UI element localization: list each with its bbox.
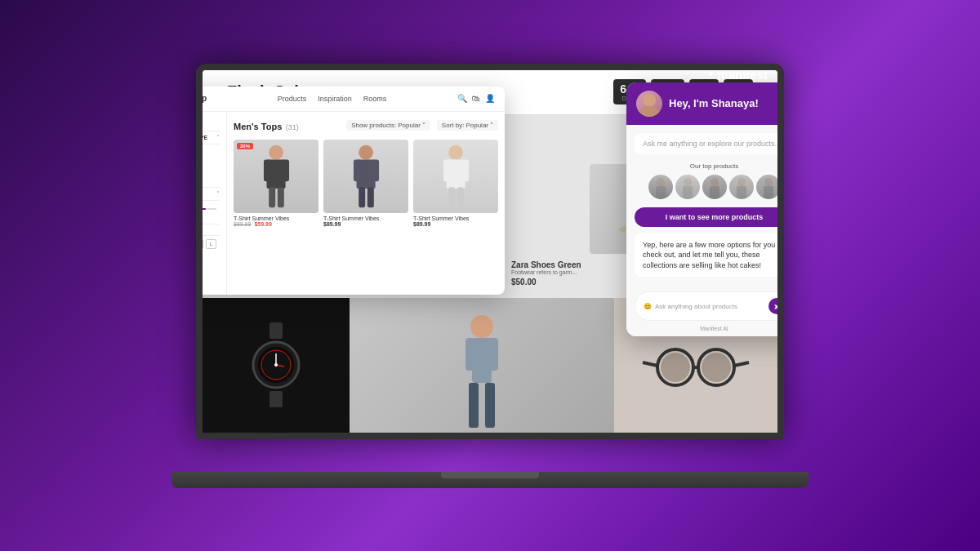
svg-rect-11 [469,383,479,428]
size-l[interactable]: L [206,239,216,249]
product-type-header[interactable]: PRODUCT TYPE ˅ [203,131,220,144]
regular-price-2: $89.99 [323,221,341,227]
product-image-1: 20% [234,140,318,213]
chat-emoji-icon: 😊 [644,303,652,310]
top-product-4[interactable] [729,175,754,199]
search-icon[interactable]: 🔍 [457,94,467,103]
woman-image [350,298,614,433]
svg-rect-36 [443,159,450,181]
top-products-avatars [635,175,777,199]
eshop-nav: ⊞ E-Shop Products Inspiration Rooms 🔍 🛍 … [203,87,505,112]
laptop-base [172,472,808,488]
svg-line-18 [643,362,657,366]
product-price-3: $89.99 [413,221,498,227]
show-products-btn[interactable]: Show products: Popular ˅ [346,120,430,131]
eshop-logo-text: E-Shop [203,94,207,103]
top-product-1[interactable] [648,175,673,199]
sort-by-value: Popular [466,122,488,129]
chat-send-button[interactable]: ➤ [768,298,777,314]
top-product-3[interactable] [702,175,727,199]
product-price-2: $89.99 [323,221,408,227]
svg-point-20 [661,353,690,382]
zara-desc: Footwear refers to garm... [511,269,581,275]
zara-section: Zara Shoes Green Footwear refers to garm… [511,260,581,287]
top-product-2[interactable] [675,175,700,199]
show-products-label: Show products: [351,122,396,129]
product-type-filter: PRODUCT TYPE ˅ T-Shirts Sweatshirts [203,131,220,180]
product-card-3[interactable]: T-Shirt Summer Vibes $89.99 [413,140,498,227]
chat-footer-input[interactable]: 😊 Ask anything about products ➤ [635,291,777,321]
svg-point-45 [684,178,692,186]
manifest-brand-name: manifest [717,68,768,82]
screen-content: Flash Sale 649 DAYS 8 HOURS 50 MINS [203,70,777,433]
svg-rect-27 [277,187,283,207]
price-filter: PRICE ˅ [203,187,220,217]
see-more-button[interactable]: I want to see more products [635,207,777,227]
regular-price-3: $89.99 [413,221,430,227]
product-card-1[interactable]: 20% [234,140,318,227]
manifest-brand: ✦ manifest [707,68,768,82]
sort-by-btn[interactable]: Sort by: Popular ˅ [437,120,498,131]
watch-image [203,298,350,433]
nav-inspiration[interactable]: Inspiration [318,95,352,103]
product-image-2 [323,140,408,213]
profile-icon[interactable]: 👤 [485,94,495,103]
product-title: Men's Tops [234,122,282,131]
product-type-label: PRODUCT TYPE [203,135,207,140]
svg-rect-14 [488,338,498,371]
eshop-popup-body: / All Products PRODUCT TYPE ˅ T-Shirts [203,112,505,295]
chat-body: Ask me anything or explore our products.… [626,125,777,292]
show-products-value: Popular [398,122,421,129]
price-filter-header[interactable]: PRICE ˅ [203,187,220,201]
product-type-arrow: ˅ [216,134,220,141]
product-name-3: T-Shirt Summer Vibes [413,216,498,221]
svg-rect-46 [683,186,693,199]
chat-input-placeholder: Ask anything about products [655,303,737,310]
svg-rect-32 [359,187,365,207]
eshop-nav-icons: 🔍 🛍 👤 [457,94,495,103]
manifest-star-icon: ✦ [707,69,715,80]
product-card-2[interactable]: T-Shirt Summer Vibes $89.99 [323,140,408,227]
chat-top-input[interactable]: Ask me anything or explore our products.… [635,133,777,154]
svg-rect-31 [372,159,379,181]
show-products-arrow: ˅ [422,122,425,129]
slider-track [203,208,216,210]
product-controls: Show products: Popular ˅ Sort by: Popula… [346,120,498,131]
chat-widget: Hey, I'm Shanaya! ˅ Ask me anything or e… [626,82,777,337]
svg-point-49 [737,178,746,186]
zara-price: $50.00 [511,278,581,287]
svg-rect-25 [282,159,289,181]
top-product-person-2 [679,176,697,199]
product-header: Men's Tops (31) Show products: Popular ˅ [234,118,498,133]
zara-title: Zara Shoes Green [511,260,581,269]
svg-point-22 [269,144,283,159]
sort-by-label: Sort by: [442,122,465,129]
svg-point-43 [657,178,665,186]
eshop-main: Men's Tops (31) Show products: Popular ˅ [227,112,505,295]
svg-rect-26 [269,187,275,207]
price-slider[interactable] [203,201,220,217]
svg-point-42 [645,96,653,104]
svg-line-19 [734,362,749,366]
size-m[interactable]: M [203,239,203,249]
product-grid: 20% [234,140,498,227]
avatar-svg [636,91,662,117]
top-product-5[interactable] [756,175,778,199]
watch-svg [243,316,309,414]
sale-badge-1: 20% [237,143,253,149]
top-product-person-3 [706,176,724,199]
cart-icon[interactable]: 🛍 [472,94,480,103]
svg-rect-48 [710,186,719,199]
svg-point-8 [274,363,278,367]
svg-rect-39 [457,187,463,207]
nav-products[interactable]: Products [278,95,307,103]
person-svg-3 [434,144,479,209]
product-title-group: Men's Tops (31) [234,118,299,133]
svg-rect-33 [367,187,373,207]
size-filter-header[interactable]: SIZE [203,224,220,236]
svg-rect-37 [461,159,469,181]
svg-rect-44 [656,186,666,199]
top-products-section: Our top products [635,162,777,199]
nav-rooms[interactable]: Rooms [363,95,387,103]
eshop-nav-items: Products Inspiration Rooms [220,95,444,103]
